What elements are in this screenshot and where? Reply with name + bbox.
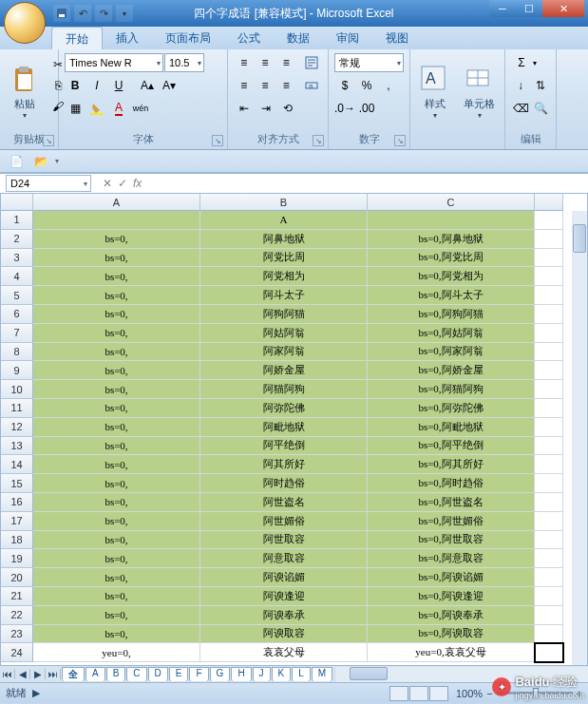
row-header[interactable]: 22 — [1, 606, 33, 625]
cell[interactable] — [535, 512, 563, 531]
cell[interactable]: bs=0, — [33, 493, 200, 512]
cell[interactable]: bs=0, — [33, 418, 200, 437]
page-layout-view-icon[interactable] — [409, 686, 428, 701]
cell[interactable]: bs=0,阿世盗名 — [368, 493, 535, 512]
cell[interactable] — [535, 380, 563, 399]
sheet-tab[interactable]: D — [148, 667, 168, 681]
row-header[interactable]: 7 — [1, 324, 33, 343]
cell[interactable]: yeu=0,哀哀父母 — [368, 643, 535, 662]
row-header[interactable]: 13 — [1, 437, 33, 456]
cell[interactable] — [535, 211, 563, 230]
align-right-icon[interactable]: ≡ — [276, 76, 296, 95]
cell[interactable]: 阿姑阿翁 — [200, 324, 368, 343]
cell[interactable]: bs=0,阿毗地狱 — [368, 418, 535, 437]
cell[interactable]: 阿平绝倒 — [200, 437, 368, 456]
tab-insert[interactable]: 插入 — [103, 27, 152, 49]
find-icon[interactable]: 🔍 — [531, 99, 550, 118]
cell[interactable]: bs=0,阿狗阿猫 — [368, 305, 535, 324]
phonetic-button[interactable]: wén — [130, 99, 151, 118]
cell[interactable]: bs=0, — [33, 625, 200, 644]
next-sheet-icon[interactable]: ▶ — [30, 669, 46, 679]
column-header[interactable] — [535, 194, 563, 211]
cell[interactable]: bs=0, — [33, 305, 200, 324]
merge-button[interactable]: a — [302, 76, 322, 95]
cancel-icon[interactable]: ✕ — [103, 177, 112, 190]
cell[interactable]: 阿谀谄媚 — [200, 568, 368, 587]
sheet-tab[interactable]: B — [106, 667, 126, 681]
cell[interactable]: 阿谀取容 — [200, 625, 368, 644]
cell[interactable]: bs=0,阿谀谄媚 — [368, 568, 535, 587]
decrease-indent-icon[interactable]: ⇤ — [234, 99, 255, 118]
border-button[interactable]: ▦ — [65, 99, 85, 118]
cell[interactable]: bs=0, — [33, 587, 200, 606]
tab-layout[interactable]: 页面布局 — [152, 27, 224, 49]
cell[interactable] — [535, 267, 563, 286]
new-icon[interactable]: 📄 — [6, 152, 27, 171]
macro-record-icon[interactable]: ▶ — [32, 687, 40, 699]
align-top-icon[interactable]: ≡ — [234, 53, 254, 72]
font-size-combo[interactable]: 10.5 — [164, 53, 204, 72]
row-header[interactable]: 18 — [1, 531, 33, 550]
cell[interactable]: 阿党相为 — [200, 267, 368, 286]
cell[interactable]: 阿家阿翁 — [200, 343, 368, 362]
row-header[interactable]: 19 — [1, 549, 33, 568]
paste-button[interactable]: 粘贴 ▾ — [4, 51, 46, 132]
number-format-combo[interactable]: 常规 — [334, 53, 404, 72]
row-header[interactable]: 9 — [1, 361, 33, 380]
cell[interactable]: bs=0, — [33, 343, 200, 362]
cell[interactable]: bs=0, — [33, 324, 200, 343]
cell[interactable] — [535, 418, 563, 437]
row-header[interactable]: 20 — [1, 568, 33, 587]
cell[interactable]: bs=0,阿谀取容 — [368, 625, 535, 644]
cell[interactable] — [535, 493, 563, 512]
cell[interactable] — [535, 249, 563, 268]
close-button[interactable]: ✕ — [542, 0, 584, 17]
cell[interactable] — [535, 568, 563, 587]
cell[interactable] — [33, 211, 200, 230]
cell[interactable]: bs=0,阿弥陀佛 — [368, 399, 535, 418]
row-header[interactable]: 4 — [1, 267, 33, 286]
row-header[interactable]: 5 — [1, 286, 33, 305]
cell[interactable]: bs=0,阿世取容 — [368, 531, 535, 550]
cell[interactable]: bs=0, — [33, 230, 200, 249]
cell[interactable] — [535, 437, 563, 456]
cell[interactable]: bs=0,阿时趋俗 — [368, 474, 535, 493]
cell[interactable]: bs=0, — [33, 361, 200, 380]
cell[interactable]: bs=0, — [33, 512, 200, 531]
tab-formulas[interactable]: 公式 — [224, 27, 274, 49]
row-header[interactable]: 6 — [1, 305, 33, 324]
redo-icon[interactable]: ↷ — [95, 5, 112, 22]
row-header[interactable]: 21 — [1, 587, 33, 606]
cell[interactable]: yeu=0, — [33, 643, 200, 662]
sheet-tab[interactable]: K — [272, 667, 292, 681]
bold-button[interactable]: B — [65, 76, 85, 95]
cell[interactable]: bs=0,阿谀逢迎 — [368, 587, 535, 606]
worksheet-grid[interactable]: ABC1A2bs=0,阿鼻地狱bs=0,阿鼻地狱3bs=0,阿党比周bs=0,阿… — [0, 194, 588, 665]
cell[interactable]: 阿党比周 — [200, 249, 368, 268]
sheet-tab[interactable]: E — [169, 667, 189, 681]
cell[interactable]: bs=0,阿党相为 — [368, 267, 535, 286]
decrease-decimal-icon[interactable]: .00 — [356, 99, 377, 118]
row-header[interactable]: 16 — [1, 493, 33, 512]
row-header[interactable]: 14 — [1, 455, 33, 474]
cell[interactable]: 阿谀逢迎 — [200, 587, 368, 606]
cell[interactable]: bs=0,阿家阿翁 — [368, 343, 535, 362]
percent-icon[interactable]: % — [356, 76, 377, 95]
cell[interactable]: A — [200, 211, 368, 230]
cell[interactable]: 阿世取容 — [200, 531, 368, 550]
cell[interactable]: bs=0,阿姑阿翁 — [368, 324, 535, 343]
cell[interactable]: 阿意取容 — [200, 549, 368, 568]
cell[interactable] — [535, 286, 563, 305]
tab-home[interactable]: 开始 — [51, 27, 103, 49]
shrink-font-button[interactable]: A▾ — [159, 76, 180, 95]
increase-indent-icon[interactable]: ⇥ — [256, 99, 276, 118]
fx-icon[interactable]: fx — [133, 177, 142, 190]
horizontal-scrollbar[interactable] — [336, 667, 588, 682]
sheet-tab[interactable]: A — [85, 667, 105, 681]
zoom-level[interactable]: 100% — [456, 688, 483, 699]
number-launcher[interactable]: ↘ — [394, 135, 406, 146]
autosum-icon[interactable]: Σ — [511, 53, 532, 72]
align-launcher[interactable]: ↘ — [313, 135, 324, 146]
cell[interactable] — [535, 643, 563, 662]
cell[interactable]: 阿毗地狱 — [200, 418, 368, 437]
